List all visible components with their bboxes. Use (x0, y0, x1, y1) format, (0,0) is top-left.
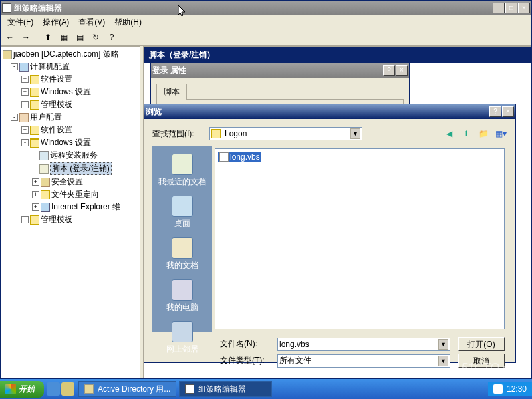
filename-input[interactable]: long.vbs▼ (277, 338, 450, 351)
expand-icon[interactable]: + (32, 203, 39, 211)
tree-uc-scripts[interactable]: 脚本 (登录/注销) (3, 162, 138, 176)
expand-icon[interactable]: + (21, 76, 29, 83)
chevron-down-icon[interactable]: ▼ (438, 339, 448, 350)
separator (37, 31, 37, 43)
menu-help[interactable]: 帮助(H) (110, 15, 146, 29)
tree-selected: 脚本 (登录/注销) (50, 162, 112, 175)
expand-icon[interactable]: + (21, 88, 29, 96)
browse-titlebar[interactable]: 浏览 ? × (144, 104, 515, 119)
computer-icon (19, 63, 29, 72)
policy-icon (3, 50, 12, 59)
close-button[interactable]: × (518, 3, 530, 13)
tab-scripts[interactable]: 脚本 (156, 84, 187, 100)
gpedit-icon (2, 3, 11, 13)
gpedit-titlebar[interactable]: 组策略编辑器 _ □ × (1, 1, 531, 15)
chevron-down-icon[interactable]: ▼ (350, 128, 360, 139)
lookin-combo[interactable]: Logon ▼ (209, 127, 362, 140)
tree-cc-windows[interactable]: +Windows 设置 (3, 86, 138, 98)
lookin-row: 查找范围(I): Logon ▼ ◀ ⬆ 📁 ▦▾ (152, 127, 507, 140)
desktop-icon (172, 196, 193, 217)
views-button[interactable]: ▦▾ (494, 127, 507, 140)
browse-dialog: 浏览 ? × 查找范围(I): Logon ▼ ◀ ⬆ 📁 ▦▾ 我最近的文档 … (144, 104, 516, 363)
vbs-icon (219, 152, 229, 162)
clock: 12:30 (507, 384, 527, 394)
place-recent[interactable]: 我最近的文档 (156, 151, 209, 190)
new-folder-button[interactable]: 📁 (477, 127, 490, 140)
expand-icon[interactable]: + (21, 216, 29, 223)
gpedit-icon (185, 384, 194, 394)
folder-icon (30, 215, 39, 225)
tree-computer-config[interactable]: -计算机配置 (3, 61, 138, 73)
props-titlebar[interactable]: 登录 属性 ? × (151, 63, 409, 78)
collapse-icon[interactable]: - (11, 63, 18, 70)
gpedit-title: 组策略编辑器 (14, 3, 493, 14)
up-button[interactable]: ⬆ (460, 127, 473, 140)
folder-icon (30, 100, 39, 110)
tree-uc-redirect[interactable]: +文件夹重定向 (3, 188, 138, 201)
remote-icon (39, 151, 49, 160)
script-icon (39, 164, 49, 174)
tree-cc-admin[interactable]: +管理模板 (3, 98, 138, 111)
place-desktop[interactable]: 桌面 (156, 193, 209, 232)
file-list[interactable]: long.vbs (215, 148, 505, 329)
expand-icon[interactable]: + (32, 191, 39, 198)
tree-root[interactable]: jiaoben [DC.aptech.com] 策略 (3, 48, 138, 61)
menu-action[interactable]: 操作(A) (39, 15, 73, 29)
network-icon (172, 321, 193, 342)
places-bar: 我最近的文档 桌面 我的文档 我的电脑 网上邻居 (152, 146, 212, 332)
properties-button[interactable]: ▤ (73, 31, 86, 44)
task-gpedit[interactable]: 组策略编辑器 (179, 381, 272, 397)
refresh-button[interactable]: ↻ (89, 31, 102, 44)
tree-uc-software[interactable]: +软件设置 (3, 124, 138, 136)
forward-button[interactable]: → (19, 31, 33, 44)
place-network[interactable]: 网上邻居 (156, 319, 209, 358)
tree-uc-remote[interactable]: 远程安装服务 (3, 149, 138, 162)
gpedit-toolbar: ← → ⬆ ▦ ▤ ↻ ? (1, 29, 531, 46)
tree-uc-ie[interactable]: +Internet Explorer 维 (3, 201, 138, 213)
close-button[interactable]: × (502, 106, 514, 117)
place-mycomputer[interactable]: 我的电脑 (156, 277, 209, 316)
system-tray[interactable]: 12:30 (488, 382, 532, 396)
ie-icon (41, 203, 50, 212)
collapse-icon[interactable]: - (21, 139, 29, 146)
file-item[interactable]: long.vbs (218, 152, 261, 162)
maximize-button[interactable]: □ (505, 3, 517, 13)
task-ad[interactable]: Active Directory 用... (78, 381, 176, 397)
content-header: 脚本（登录/注销） (144, 47, 531, 63)
folder-icon (30, 88, 39, 97)
close-button[interactable]: × (396, 65, 408, 76)
help-button[interactable]: ? (383, 65, 395, 76)
tree-uc-security[interactable]: +安全设置 (3, 176, 138, 188)
lock-icon (41, 178, 50, 187)
up-button[interactable]: ⬆ (41, 31, 55, 44)
taskbar: 开始 Active Directory 用... 组策略编辑器 12:30 (0, 379, 532, 399)
tray-icon[interactable] (493, 384, 503, 394)
tree-user-config[interactable]: -用户配置 (3, 111, 138, 124)
tree-uc-windows[interactable]: -Windows 设置 (3, 136, 138, 149)
open-button[interactable]: 打开(O) (458, 337, 505, 351)
back-button[interactable]: ← (3, 31, 17, 44)
recent-icon (172, 154, 193, 175)
collapse-icon[interactable]: - (11, 114, 18, 121)
menu-file[interactable]: 文件(F) (3, 15, 37, 29)
expand-icon[interactable]: + (32, 178, 39, 186)
expand-icon[interactable]: + (21, 126, 29, 134)
tree-uc-admin[interactable]: +管理模板 (3, 213, 138, 226)
gpedit-tree[interactable]: jiaoben [DC.aptech.com] 策略 -计算机配置 +软件设置 … (1, 46, 140, 378)
start-button[interactable]: 开始 (0, 381, 44, 398)
help-button[interactable]: ? (105, 31, 118, 44)
expand-icon[interactable]: + (21, 101, 29, 108)
tree-cc-software[interactable]: +软件设置 (3, 73, 138, 86)
ie-icon[interactable] (47, 382, 60, 396)
show-hide-button[interactable]: ▦ (57, 31, 70, 44)
minimize-button[interactable]: _ (493, 3, 505, 13)
filetype-combo[interactable]: 所有文件▼ (277, 354, 450, 368)
place-mydocs[interactable]: 我的文档 (156, 235, 209, 274)
chevron-down-icon[interactable]: ▼ (438, 356, 448, 366)
menu-view[interactable]: 查看(V) (74, 15, 109, 29)
gpedit-menubar: 文件(F) 操作(A) 查看(V) 帮助(H) (1, 15, 531, 29)
desktop-icon[interactable] (61, 382, 74, 396)
help-button[interactable]: ? (489, 106, 501, 117)
folder-icon (41, 190, 50, 200)
back-button[interactable]: ◀ (442, 127, 456, 140)
